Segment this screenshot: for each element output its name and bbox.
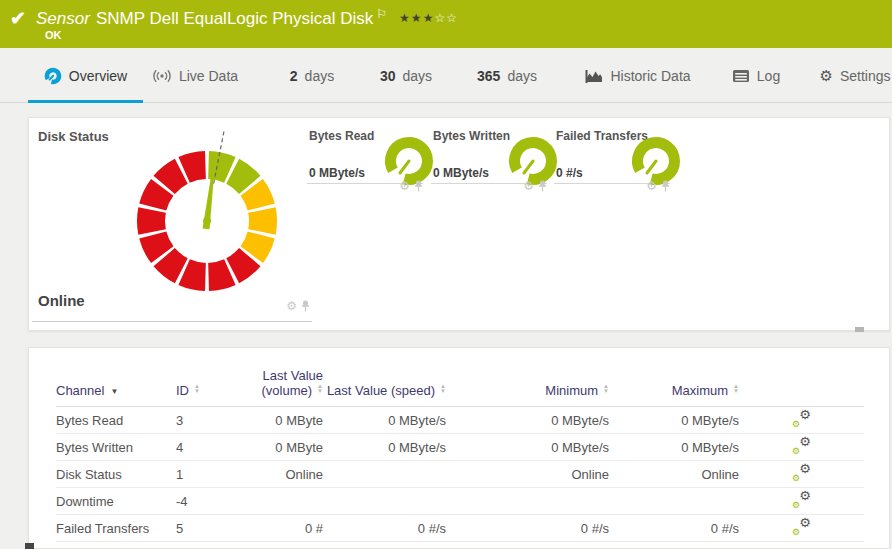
cell-last-volume [231, 488, 323, 515]
tab-number: 30 [380, 68, 396, 84]
star-filled-icons[interactable]: ★★★ [399, 11, 434, 25]
cell-channel[interactable]: Disk Status [56, 461, 176, 488]
tab-label: Historic Data [610, 68, 690, 84]
tab-historic-data[interactable]: Historic Data [580, 48, 696, 103]
channels-table-panel: Channel ID Last Value(volume) Last Value… [28, 347, 890, 549]
disk-status-gauge[interactable] [107, 121, 307, 321]
tab-log[interactable]: Log [722, 48, 790, 103]
log-list-icon [732, 69, 750, 83]
cell-minimum: 0 #/s [446, 515, 609, 542]
tab-label: days [403, 68, 433, 84]
sort-icon [733, 384, 739, 394]
tab-number: 365 [477, 68, 500, 84]
cell-channel[interactable]: Failed Transfers [56, 515, 176, 542]
cell-last-speed [323, 461, 446, 488]
channel-settings-icon[interactable] [792, 519, 811, 534]
cell-id: 4 [176, 434, 231, 461]
cell-id: -4 [176, 488, 231, 515]
cell-minimum: Online [446, 461, 609, 488]
sort-icon [317, 384, 323, 394]
sort-icon [194, 384, 200, 394]
channel-settings-icon[interactable] [792, 438, 811, 453]
pin-icon[interactable] [661, 176, 670, 194]
bottom-edge-artifact [25, 543, 34, 549]
sort-icon [603, 384, 609, 394]
sort-desc-icon [110, 387, 118, 396]
cell-last-speed: 0 #/s [323, 515, 446, 542]
status-ok-check-icon [10, 7, 26, 30]
tab-label: Live Data [179, 68, 238, 84]
cell-last-speed [323, 488, 446, 515]
tab-live-data[interactable]: Live Data [143, 48, 247, 103]
table-row: Disk Status 1 Online Online Online [56, 461, 864, 488]
tab-label: Overview [69, 68, 127, 84]
tab-2-days[interactable]: 2 days [282, 48, 342, 103]
star-empty-icons[interactable]: ☆☆ [434, 11, 458, 25]
channel-gear-icon[interactable] [286, 296, 297, 313]
cell-minimum: 0 MByte/s [446, 434, 609, 461]
channel-gear-icon[interactable] [399, 176, 410, 193]
channel-settings-icon[interactable] [792, 465, 811, 480]
mini-gauge-label: Bytes Written [433, 129, 510, 143]
tab-number: 2 [290, 68, 298, 84]
status-badge: OK [45, 29, 62, 41]
cell-last-volume: 0 MByte [231, 407, 323, 434]
gear-icon [819, 67, 832, 85]
tab-bar: Overview Live Data 2 days 30 days 365 da… [0, 48, 892, 103]
mini-gauge-value: 0 #/s [556, 166, 583, 180]
mini-gauge-bytes-read: Bytes Read 0 MByte/s [307, 122, 423, 184]
cell-id: 5 [176, 515, 231, 542]
cell-channel[interactable]: Downtime [56, 488, 176, 515]
column-header-maximum[interactable]: Maximum [609, 364, 739, 407]
mini-gauge-label: Bytes Read [309, 129, 374, 143]
cell-last-volume: Online [231, 461, 323, 488]
table-row: Failed Transfers 5 0 # 0 #/s 0 #/s 0 #/s [56, 515, 864, 542]
object-kind-label: Sensor [36, 9, 90, 28]
table-row: Bytes Read 3 0 MByte 0 MByte/s 0 MByte/s… [56, 407, 864, 434]
column-header-actions [739, 364, 864, 407]
cell-last-speed: 0 MByte/s [323, 407, 446, 434]
sensor-header-bar: SensorSNMP Dell EqualLogic Physical Disk… [0, 0, 892, 48]
tab-365-days[interactable]: 365 days [465, 48, 549, 103]
overview-gauges-panel: Disk Status Online Bytes Read 0 MByte/s … [28, 117, 890, 331]
cell-channel[interactable]: Bytes Written [56, 434, 176, 461]
column-header-last-value-volume[interactable]: Last Value(volume) [231, 364, 323, 407]
cell-maximum: Online [609, 461, 739, 488]
tab-30-days[interactable]: 30 days [372, 48, 440, 103]
channel-settings-icon[interactable] [792, 411, 811, 426]
table-row: Downtime -4 [56, 488, 864, 515]
pin-icon[interactable] [414, 176, 423, 194]
cell-channel[interactable]: Bytes Read [56, 407, 176, 434]
flag-icon[interactable] [376, 7, 387, 21]
cell-id: 3 [176, 407, 231, 434]
channel-gear-icon[interactable] [523, 176, 534, 193]
cell-maximum: 0 MByte/s [609, 407, 739, 434]
cell-maximum [609, 488, 739, 515]
priority-stars[interactable]: ★★★☆☆ [399, 11, 458, 25]
sort-icon [440, 384, 446, 394]
channel-gear-icon[interactable] [646, 176, 657, 193]
column-header-id[interactable]: ID [176, 364, 231, 407]
cell-minimum: 0 MByte/s [446, 407, 609, 434]
cell-maximum: 0 MByte/s [609, 434, 739, 461]
area-chart-icon [585, 69, 603, 83]
channels-table: Channel ID Last Value(volume) Last Value… [56, 364, 864, 542]
mini-gauge-failed-transfers: Failed Transfers 0 #/s [554, 122, 670, 184]
tab-settings[interactable]: Settings [818, 48, 892, 103]
panel-resize-handle[interactable] [855, 327, 864, 332]
tab-label: Settings [840, 68, 891, 84]
pin-icon[interactable] [538, 176, 547, 194]
column-header-channel[interactable]: Channel [56, 364, 176, 407]
tab-label: days [305, 68, 335, 84]
cell-last-speed: 0 MByte/s [323, 434, 446, 461]
column-header-minimum[interactable]: Minimum [446, 364, 609, 407]
sensor-title-row: SensorSNMP Dell EqualLogic Physical Disk… [36, 9, 458, 29]
mini-gauge-value: 0 MByte/s [433, 166, 489, 180]
channel-settings-icon[interactable] [792, 492, 811, 507]
tab-overview[interactable]: Overview [28, 48, 143, 103]
table-row: Bytes Written 4 0 MByte 0 MByte/s 0 MByt… [56, 434, 864, 461]
tab-label: days [507, 68, 537, 84]
mini-gauge-bytes-written: Bytes Written 0 MByte/s [431, 122, 547, 184]
pin-icon[interactable] [301, 296, 310, 314]
column-header-last-value-speed[interactable]: Last Value (speed) [323, 364, 446, 407]
